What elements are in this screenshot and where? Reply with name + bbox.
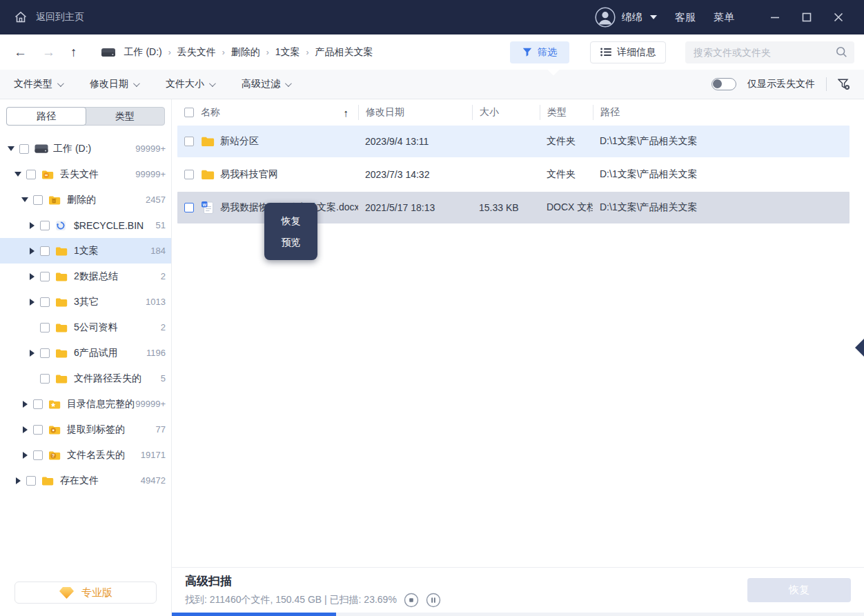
context-menu-recover[interactable]: 恢复 — [264, 214, 317, 228]
breadcrumb-separator: › — [222, 48, 225, 57]
expander-down-icon[interactable] — [7, 146, 15, 151]
tree-item-folder6[interactable]: 6产品试用 1196 — [0, 340, 171, 366]
tree-item-folder2[interactable]: 2数据总结 2 — [0, 264, 171, 289]
forward-arrow-button[interactable]: → — [42, 45, 55, 60]
up-arrow-button[interactable]: ↑ — [70, 45, 77, 60]
divider — [826, 77, 827, 91]
tree-item-recycle-bin[interactable]: $RECYCLE.BIN 51 — [0, 212, 171, 238]
checkbox[interactable] — [184, 203, 194, 212]
checkbox[interactable] — [40, 374, 50, 384]
pause-scan-button[interactable] — [426, 593, 441, 608]
checkbox[interactable] — [26, 170, 36, 179]
checkbox[interactable] — [40, 348, 50, 358]
filter-button[interactable]: 筛选 — [510, 41, 569, 63]
search-icon[interactable] — [836, 46, 847, 58]
tree-item-extracted-tags[interactable]: 提取到标签的 77 — [0, 417, 171, 442]
tree-item-folder1-selected[interactable]: 1文案 184 — [0, 238, 171, 264]
tree-item-dir-info-complete[interactable]: 目录信息完整的 99999+ — [0, 391, 171, 417]
checkbox[interactable] — [40, 272, 50, 281]
filter-dropdown-file-size[interactable]: 文件大小 — [166, 78, 214, 90]
context-menu-preview[interactable]: 预览 — [264, 235, 317, 250]
checkbox[interactable] — [33, 195, 43, 205]
table-row[interactable]: 新站分区 2023/9/4 13:11 文件夹 D:\1文案\产品相关文案 — [177, 126, 850, 157]
back-to-home-button[interactable]: 返回到主页 — [36, 11, 84, 23]
titlebar: 返回到主页 绵绵 客服 菜单 — [0, 0, 864, 34]
tab-path[interactable]: 路径 — [6, 107, 86, 126]
support-button[interactable]: 客服 — [675, 11, 696, 24]
checkbox[interactable] — [40, 221, 50, 230]
expander-right-icon[interactable] — [21, 401, 29, 408]
column-header-size[interactable]: 大小 — [472, 105, 540, 120]
expander-right-icon[interactable] — [28, 299, 36, 306]
checkbox[interactable] — [40, 246, 50, 256]
folder-icon — [41, 475, 55, 486]
back-arrow-button[interactable]: ← — [14, 45, 27, 60]
minimize-button[interactable] — [762, 6, 788, 28]
table-header: 名称 ↑ 修改日期 大小 类型 路径 — [172, 99, 864, 126]
table-row[interactable]: 易我科技官网 2023/7/3 14:32 文件夹 D:\1文案\产品相关文案 — [177, 159, 850, 190]
expander-right-icon[interactable] — [28, 248, 36, 255]
checkbox[interactable] — [40, 297, 50, 307]
user-account-button[interactable]: 绵绵 — [595, 7, 657, 28]
maximize-button[interactable] — [794, 6, 820, 28]
search-input[interactable] — [694, 47, 836, 58]
details-button[interactable]: 详细信息 — [590, 41, 666, 63]
file-list-panel: 名称 ↑ 修改日期 大小 类型 路径 新站分区 2023 — [172, 99, 864, 616]
column-header-date[interactable]: 修改日期 — [358, 105, 472, 120]
column-header-type[interactable]: 类型 — [540, 105, 593, 120]
expander-down-icon[interactable] — [21, 197, 29, 202]
tree-item-folder3[interactable]: 3其它 1013 — [0, 289, 171, 315]
expander-right-icon[interactable] — [28, 273, 36, 280]
recover-button[interactable]: 恢复 — [747, 578, 851, 602]
checkbox[interactable] — [19, 144, 29, 154]
breadcrumb-item-deleted[interactable]: 删除的 — [231, 46, 260, 59]
breadcrumb-item-lost-files[interactable]: 丢失文件 — [177, 46, 216, 59]
folder-question-icon: ? — [48, 450, 62, 461]
lost-files-only-toggle[interactable] — [711, 78, 736, 90]
tree-item-work-drive[interactable]: 工作 (D:) 99999+ — [0, 136, 171, 161]
checkbox[interactable] — [26, 476, 36, 486]
sort-ascending-icon[interactable]: ↑ — [344, 107, 349, 119]
tree-item-existing-files[interactable]: 存在文件 49472 — [0, 468, 171, 493]
file-size: 15.33 KB — [472, 202, 540, 213]
app-window: 返回到主页 绵绵 客服 菜单 — [0, 0, 864, 616]
checkbox[interactable] — [33, 425, 43, 435]
filter-dropdown-file-type[interactable]: 文件类型 — [14, 78, 62, 90]
menu-button[interactable]: 菜单 — [714, 11, 734, 24]
select-all-checkbox[interactable] — [184, 108, 194, 117]
tab-type[interactable]: 类型 — [86, 108, 164, 125]
tree-item-filename-lost[interactable]: ? 文件名丢失的 19171 — [0, 442, 171, 468]
tree-item-folder5[interactable]: 5公司资料 2 — [0, 315, 171, 340]
expander-down-icon[interactable] — [14, 172, 22, 177]
breadcrumb-item-folder1[interactable]: 1文案 — [275, 46, 300, 59]
checkbox[interactable] — [33, 450, 43, 460]
pro-version-button[interactable]: 专业版 — [14, 582, 157, 604]
home-icon[interactable] — [14, 10, 28, 24]
chevron-down-icon — [57, 80, 64, 87]
expander-right-icon[interactable] — [21, 426, 29, 433]
filter-dropdown-modified-date[interactable]: 修改日期 — [90, 78, 138, 90]
expander-right-icon[interactable] — [21, 452, 29, 459]
filter-dropdown-advanced[interactable]: 高级过滤 — [242, 78, 290, 90]
filter-bar: 文件类型 修改日期 文件大小 高级过滤 仅显示丢失文件 — [0, 70, 864, 99]
stop-scan-button[interactable] — [404, 593, 419, 608]
expander-right-icon[interactable] — [28, 350, 36, 357]
column-header-name[interactable]: 名称 ↑ — [201, 105, 358, 120]
expander-right-icon[interactable] — [28, 222, 36, 229]
folder-icon — [55, 348, 69, 359]
checkbox[interactable] — [33, 399, 43, 409]
expander-right-icon[interactable] — [14, 477, 22, 484]
breadcrumb-item-drive[interactable]: 工作 (D:) — [124, 46, 162, 59]
tree-item-deleted[interactable]: 删除的 2457 — [0, 187, 171, 212]
checkbox[interactable] — [184, 170, 194, 179]
checkbox[interactable] — [40, 323, 50, 332]
close-button[interactable] — [825, 6, 852, 28]
column-header-path[interactable]: 路径 — [593, 105, 850, 120]
breadcrumb-item-current[interactable]: 产品相关文案 — [315, 46, 373, 59]
tree-item-lost-files[interactable]: 丢失文件 99999+ — [0, 161, 171, 187]
tree-item-path-lost[interactable]: 文件路径丢失的 5 — [0, 366, 171, 391]
breadcrumb-separator: › — [266, 48, 269, 57]
clear-filter-icon[interactable] — [838, 79, 850, 90]
panel-collapse-arrow[interactable] — [855, 339, 864, 357]
checkbox[interactable] — [184, 137, 194, 146]
